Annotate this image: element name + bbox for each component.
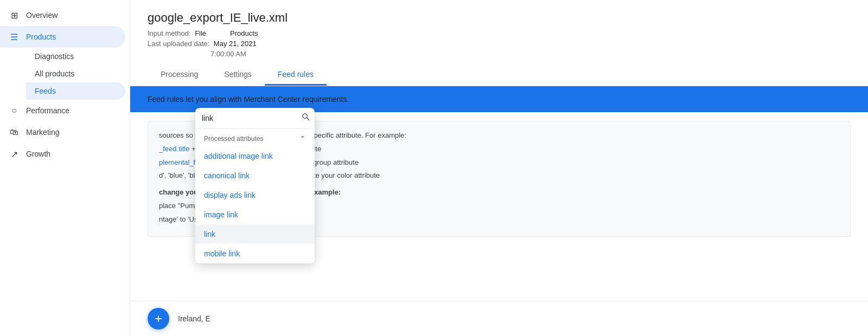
sidebar-item-label: Overview	[26, 11, 58, 20]
sidebar-item-label: Growth	[26, 150, 50, 158]
fab-icon: +	[155, 311, 162, 326]
dropdown-item-image-link[interactable]: image link	[195, 205, 315, 224]
content-wrapper: sources so we know where to find the dat…	[130, 112, 868, 301]
dropdown-item-link[interactable]: link	[195, 224, 315, 244]
products-value: Products	[230, 29, 258, 37]
input-method-value: File	[195, 29, 206, 37]
sidebar-sub-products: Diagnostics All products Feeds	[0, 48, 130, 100]
sidebar-item-label: Marketing	[26, 128, 59, 137]
tab-settings[interactable]: Settings	[211, 64, 265, 86]
products-icon: ☰	[9, 31, 20, 42]
products-info: Products	[228, 29, 258, 37]
processed-attributes-label: Processed attributes	[204, 135, 263, 143]
sidebar: ⊞ Overview ☰ Products Diagnostics All pr…	[0, 0, 130, 336]
last-uploaded-meta: Last uploaded date: May 21, 2021	[148, 40, 851, 48]
sidebar-item-products[interactable]: ☰ Products	[0, 26, 125, 48]
sidebar-item-growth[interactable]: ↗ Growth	[0, 143, 125, 165]
country-label: Ireland, E	[178, 314, 210, 323]
input-method-label: Input method:	[148, 29, 191, 37]
processed-attributes-header: Processed attributes ⌃	[195, 129, 315, 146]
marketing-icon: 🛍	[9, 127, 20, 138]
last-uploaded-info: Last uploaded date: May 21, 2021	[148, 40, 257, 48]
input-method-info: Input method: File	[148, 29, 206, 37]
sidebar-item-label: Products	[26, 33, 56, 41]
last-uploaded-value: May 21, 2021	[214, 40, 257, 48]
last-uploaded-label: Last uploaded date:	[148, 40, 209, 48]
sidebar-item-feeds[interactable]: Feeds	[26, 82, 125, 100]
sidebar-item-marketing[interactable]: 🛍 Marketing	[0, 121, 125, 143]
sidebar-item-performance[interactable]: ○ Performance	[0, 100, 125, 121]
diagnostics-label: Diagnostics	[35, 52, 74, 61]
dropdown-item-additional-image-link[interactable]: additional image link	[195, 146, 315, 166]
sidebar-item-label: Performance	[26, 106, 69, 115]
feed-time: 7:00:00 AM	[210, 50, 851, 58]
tab-feed-rules[interactable]: Feed rules	[265, 64, 327, 86]
banner-text: Feed rules let you align with Merchant C…	[148, 95, 349, 104]
search-icon-button[interactable]	[301, 112, 311, 124]
feed-title: google_export_IE_live.xml	[148, 11, 851, 25]
dropdown-item-mobile-link[interactable]: mobile link	[195, 244, 315, 263]
tab-bar: Processing Settings Feed rules	[148, 64, 851, 86]
growth-icon: ↗	[9, 148, 20, 159]
dropdown-item-canonical-link[interactable]: canonical link	[195, 166, 315, 185]
performance-icon: ○	[9, 105, 20, 116]
tab-processing[interactable]: Processing	[148, 64, 211, 86]
feeds-label: Feeds	[35, 87, 56, 95]
fab-add-button[interactable]: +	[148, 308, 169, 329]
dropdown-item-display-ads-link[interactable]: display ads link	[195, 185, 315, 205]
feed-meta: Input method: File Products	[148, 29, 851, 37]
search-icon	[301, 112, 311, 122]
overview-icon: ⊞	[9, 10, 20, 21]
sidebar-item-overview[interactable]: ⊞ Overview	[0, 4, 125, 26]
main-content: google_export_IE_live.xml Input method: …	[130, 0, 868, 336]
page-header: google_export_IE_live.xml Input method: …	[130, 0, 868, 86]
chevron-up-icon[interactable]: ⌃	[299, 134, 306, 143]
sidebar-item-diagnostics[interactable]: Diagnostics	[26, 48, 125, 65]
sidebar-item-all-products[interactable]: All products	[26, 65, 125, 82]
search-popup: Processed attributes ⌃ additional image …	[195, 108, 315, 263]
search-box	[195, 108, 315, 129]
bottom-section: + Ireland, E	[130, 301, 868, 336]
search-input[interactable]	[202, 114, 297, 122]
all-products-label: All products	[35, 69, 74, 78]
